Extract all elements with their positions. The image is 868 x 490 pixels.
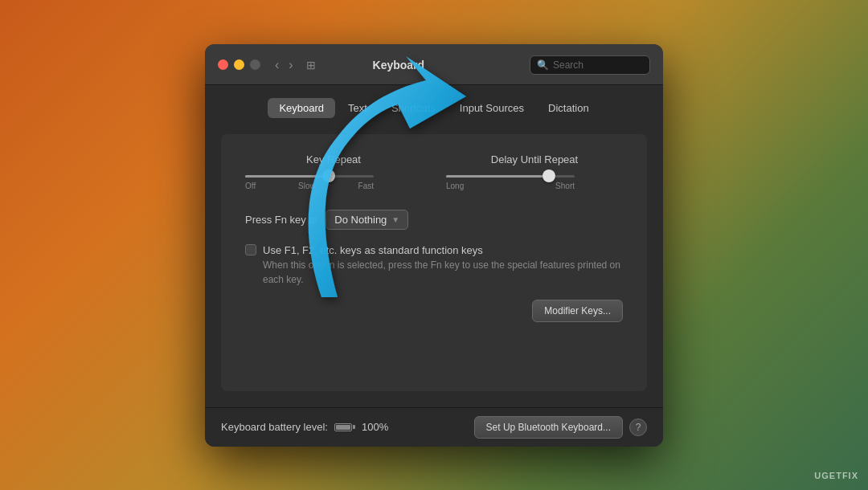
bottom-bar: Modifier Keys... bbox=[245, 287, 623, 322]
fn-standard-checkbox-row: Use F1, F2, etc. keys as standard functi… bbox=[245, 243, 623, 288]
key-repeat-label: Key Repeat bbox=[245, 153, 422, 165]
fn-key-label: Press Fn key to bbox=[245, 214, 317, 226]
status-bar: Keyboard battery level: 100% Set Up Blue… bbox=[205, 407, 663, 447]
window-title: Keyboard bbox=[276, 59, 522, 71]
search-icon: 🔍 bbox=[537, 59, 549, 71]
tab-text[interactable]: Text bbox=[337, 98, 379, 118]
key-repeat-slider[interactable]: Off Slow Fast bbox=[245, 175, 374, 190]
key-repeat-track bbox=[245, 175, 374, 178]
key-repeat-fast-label: Fast bbox=[358, 182, 374, 190]
delay-long-label: Long bbox=[446, 182, 464, 190]
battery-info: Keyboard battery level: 100% bbox=[221, 421, 388, 433]
maximize-button[interactable] bbox=[250, 59, 260, 70]
delay-repeat-thumb[interactable] bbox=[542, 169, 555, 182]
delay-repeat-fill bbox=[446, 175, 549, 178]
status-buttons: Set Up Bluetooth Keyboard... ? bbox=[474, 416, 647, 439]
keyboard-preferences-window: ‹ › ⊞ Keyboard 🔍 Keyboard Text Shortcuts… bbox=[205, 44, 663, 447]
fn-standard-sub-text: When this option is selected, press the … bbox=[263, 258, 623, 287]
key-repeat-thumb[interactable] bbox=[322, 169, 335, 182]
fn-key-value: Do Nothing bbox=[334, 214, 387, 226]
delay-repeat-track bbox=[446, 175, 575, 178]
sliders-section: Key Repeat Off Slow Fast bbox=[245, 153, 623, 190]
key-repeat-fill bbox=[245, 175, 329, 178]
titlebar: ‹ › ⊞ Keyboard 🔍 bbox=[205, 44, 663, 85]
tab-dictation[interactable]: Dictation bbox=[537, 98, 600, 118]
delay-repeat-section: Delay Until Repeat Long Short bbox=[446, 153, 623, 190]
key-repeat-off-label: Off bbox=[245, 182, 256, 190]
chevron-down-icon: ▼ bbox=[391, 215, 399, 224]
battery-percent: 100% bbox=[362, 421, 388, 433]
fn-key-row: Press Fn key to Do Nothing ▼ bbox=[245, 210, 623, 230]
watermark: UGETFIX bbox=[814, 471, 858, 480]
traffic-lights bbox=[218, 59, 260, 70]
fn-standard-main-text: Use F1, F2, etc. keys as standard functi… bbox=[263, 243, 623, 259]
modifier-keys-button[interactable]: Modifier Keys... bbox=[532, 300, 623, 322]
bluetooth-keyboard-button[interactable]: Set Up Bluetooth Keyboard... bbox=[474, 416, 623, 439]
fn-key-dropdown[interactable]: Do Nothing ▼ bbox=[326, 210, 408, 230]
battery-tip bbox=[353, 425, 355, 429]
tab-bar: Keyboard Text Shortcuts Input Sources Di… bbox=[221, 98, 647, 118]
search-input[interactable] bbox=[553, 59, 633, 71]
content-area: Keyboard Text Shortcuts Input Sources Di… bbox=[205, 85, 663, 407]
key-repeat-labels: Off Slow Fast bbox=[245, 182, 374, 190]
help-button[interactable]: ? bbox=[629, 419, 647, 436]
battery-fill bbox=[336, 425, 350, 430]
fn-standard-checkbox[interactable] bbox=[245, 244, 256, 255]
delay-repeat-slider[interactable]: Long Short bbox=[446, 175, 575, 190]
minimize-button[interactable] bbox=[234, 59, 244, 70]
delay-repeat-labels: Long Short bbox=[446, 182, 575, 190]
delay-repeat-label: Delay Until Repeat bbox=[446, 153, 623, 165]
tab-shortcuts[interactable]: Shortcuts bbox=[380, 98, 447, 118]
battery-label: Keyboard battery level: bbox=[221, 421, 328, 433]
search-box: 🔍 bbox=[530, 55, 650, 75]
close-button[interactable] bbox=[218, 59, 228, 70]
battery-body bbox=[334, 423, 352, 431]
delay-short-label: Short bbox=[555, 182, 575, 190]
key-repeat-section: Key Repeat Off Slow Fast bbox=[245, 153, 422, 190]
key-repeat-slow-label: Slow bbox=[298, 182, 316, 190]
battery-icon bbox=[334, 423, 355, 431]
keyboard-panel: Key Repeat Off Slow Fast bbox=[221, 134, 647, 391]
fn-standard-text: Use F1, F2, etc. keys as standard functi… bbox=[263, 243, 623, 288]
tab-input-sources[interactable]: Input Sources bbox=[448, 98, 535, 118]
tab-keyboard[interactable]: Keyboard bbox=[268, 98, 335, 118]
